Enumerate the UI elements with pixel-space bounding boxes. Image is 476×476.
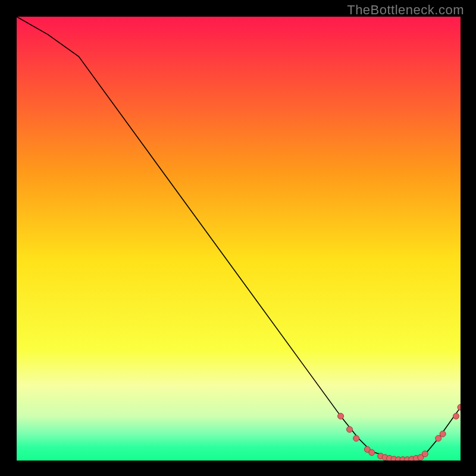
watermark-text: TheBottleneck.com bbox=[347, 2, 464, 18]
data-marker bbox=[436, 436, 441, 441]
data-marker bbox=[338, 413, 344, 419]
chart-stage: TheBottleneck.com bbox=[0, 0, 476, 476]
data-marker bbox=[353, 436, 359, 441]
plot-area bbox=[17, 17, 461, 461]
data-marker bbox=[453, 413, 459, 419]
data-marker bbox=[369, 450, 375, 456]
gradient-background bbox=[17, 17, 461, 461]
data-marker bbox=[440, 431, 446, 437]
data-marker bbox=[347, 427, 353, 433]
data-marker bbox=[422, 451, 428, 457]
plot-svg bbox=[17, 17, 461, 461]
